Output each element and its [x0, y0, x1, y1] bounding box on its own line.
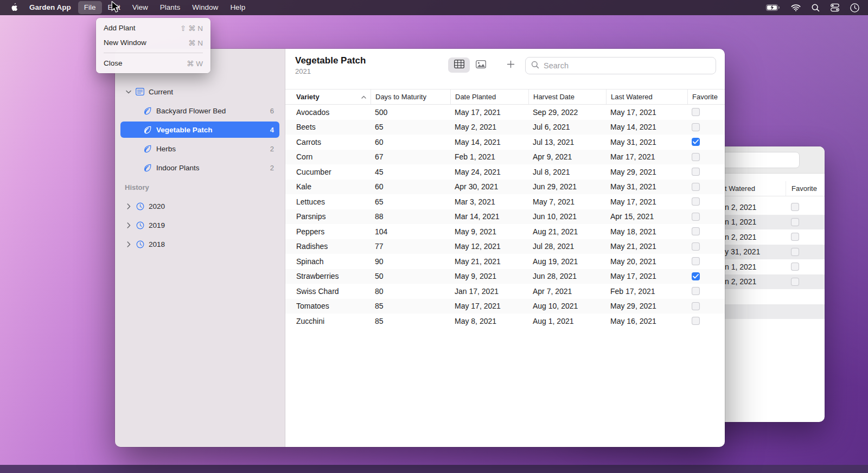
- table-row-radishes[interactable]: Radishes77May 12, 2021Jul 28, 2021May 21…: [285, 239, 725, 254]
- control-center-icon[interactable]: [831, 3, 839, 12]
- apple-menu[interactable]: [5, 3, 23, 13]
- column-header-harvest-date[interactable]: Harvest Date: [528, 90, 606, 104]
- column-header-label: Date Planted: [455, 93, 496, 101]
- favorite-checkbox[interactable]: [791, 263, 799, 271]
- sidebar-item-count: 6: [270, 107, 274, 115]
- search-icon[interactable]: [812, 4, 820, 12]
- menubar-app-name[interactable]: Garden App: [23, 1, 77, 14]
- background-column-header-favorite[interactable]: Favorite: [786, 181, 825, 196]
- column-header-label: Favorite: [692, 93, 718, 101]
- table-row-peppers[interactable]: Peppers104May 9, 2021Aug 21, 2021May 18,…: [285, 224, 725, 239]
- cell-favorite: [687, 213, 725, 221]
- cell-harvest: Jun 28, 2021: [528, 272, 606, 280]
- desktop: t Watered Favorite n 2, 2021n 1, 2021n 2…: [0, 0, 868, 473]
- sidebar-history-item-2018[interactable]: 2018: [120, 236, 279, 252]
- search-field[interactable]: [525, 57, 716, 74]
- cell-days: 88: [371, 212, 450, 221]
- cell-days: 85: [371, 302, 450, 310]
- cell-planted: Jan 17, 2021: [450, 287, 528, 296]
- chevron-right-icon[interactable]: [125, 222, 132, 228]
- favorite-checkbox[interactable]: [692, 317, 700, 325]
- favorite-checkbox[interactable]: [692, 302, 700, 310]
- table-row-tomatoes[interactable]: Tomatoes85May 17, 2021Aug 10, 2021May 29…: [285, 299, 725, 314]
- wifi-icon[interactable]: [791, 4, 801, 11]
- favorite-checkbox[interactable]: [692, 138, 700, 146]
- menubar-menu-view[interactable]: View: [126, 1, 154, 14]
- battery-icon[interactable]: [766, 4, 780, 11]
- menubar-menu-edit[interactable]: Edit: [102, 1, 126, 14]
- column-header-variety[interactable]: Variety: [285, 90, 371, 104]
- favorite-checkbox[interactable]: [692, 257, 700, 265]
- sidebar-item-herbs[interactable]: Herbs2: [120, 140, 279, 157]
- table-row-corn[interactable]: Corn67Feb 1, 2021Apr 9, 2021Mar 17, 2021: [285, 150, 725, 165]
- favorite-checkbox[interactable]: [692, 242, 700, 251]
- cell-favorite: [786, 263, 825, 271]
- cell-favorite: [687, 302, 725, 310]
- table-row-beets[interactable]: Beets65May 2, 2021Jul 6, 2021May 14, 202…: [285, 120, 725, 135]
- favorite-checkbox[interactable]: [692, 287, 700, 295]
- favorite-checkbox[interactable]: [692, 108, 700, 116]
- add-plant-button[interactable]: [502, 57, 519, 73]
- favorite-checkbox[interactable]: [692, 183, 700, 191]
- table-grid-icon: [454, 60, 464, 71]
- cell-days: 104: [371, 227, 450, 236]
- favorite-checkbox[interactable]: [791, 248, 799, 256]
- table-row-cucumber[interactable]: Cucumber45May 24, 2021Jul 8, 2021May 29,…: [285, 164, 725, 180]
- table-row-strawberries[interactable]: Strawberries50May 9, 2021Jun 28, 2021May…: [285, 269, 725, 284]
- favorite-checkbox[interactable]: [791, 278, 799, 286]
- favorite-checkbox[interactable]: [791, 218, 799, 226]
- column-header-date-planted[interactable]: Date Planted: [450, 90, 528, 104]
- cell-planted: May 9, 2021: [450, 272, 528, 280]
- cell-watered: May 18, 2021: [606, 227, 687, 236]
- favorite-checkbox[interactable]: [692, 272, 700, 280]
- sidebar-history-item-2019[interactable]: 2019: [120, 217, 279, 233]
- favorite-checkbox[interactable]: [692, 123, 700, 131]
- menubar-menu-window[interactable]: Window: [186, 1, 224, 14]
- favorite-checkbox[interactable]: [692, 227, 700, 235]
- table-row-parsnips[interactable]: Parsnips88Mar 14, 2021Jun 10, 2021Apr 15…: [285, 209, 725, 225]
- background-search-field[interactable]: [714, 152, 800, 168]
- table-row-kale[interactable]: Kale60Apr 30, 2021Jun 29, 2021May 31, 20…: [285, 180, 725, 195]
- menubar-menu-help[interactable]: Help: [224, 1, 251, 14]
- sidebar-item-vegetable-patch[interactable]: Vegetable Patch4: [120, 122, 279, 138]
- menubar-menu-file[interactable]: File: [78, 1, 102, 14]
- table-row-zucchini[interactable]: Zucchini85May 8, 2021Aug 1, 2021May 16, …: [285, 314, 725, 329]
- chevron-down-icon[interactable]: [125, 90, 132, 94]
- file-menu-item-new-window[interactable]: New Window⌘ N: [99, 35, 208, 50]
- table-row-lettuces[interactable]: Lettuces65Mar 3, 2021May 7, 2021May 17, …: [285, 194, 725, 209]
- cell-favorite: [687, 287, 725, 295]
- file-menu-item-close[interactable]: Close⌘ W: [99, 56, 208, 71]
- photo-view-button[interactable]: [470, 57, 492, 73]
- cell-variety: Spinach: [285, 257, 371, 266]
- favorite-checkbox[interactable]: [791, 203, 799, 211]
- column-header-last-watered[interactable]: Last Watered: [606, 90, 687, 104]
- chevron-right-icon[interactable]: [125, 241, 132, 247]
- favorite-checkbox[interactable]: [692, 213, 700, 221]
- file-menu-item-add-plant[interactable]: Add Plant⇧ ⌘ N: [99, 21, 208, 35]
- cell-harvest: Aug 19, 2021: [528, 257, 606, 266]
- table-row-avocados[interactable]: Avocados500May 17, 2021Sep 29, 2022May 1…: [285, 105, 725, 120]
- table-row-spinach[interactable]: Spinach90May 21, 2021Aug 19, 2021May 20,…: [285, 254, 725, 269]
- sidebar-item-label: Backyard Flower Bed: [156, 107, 226, 115]
- cell-favorite: [687, 168, 725, 176]
- table-row-swiss-chard[interactable]: Swiss Chard80Jan 17, 2021Apr 7, 2021Feb …: [285, 284, 725, 299]
- sidebar-item-indoor-plants[interactable]: Indoor Plants2: [120, 159, 279, 176]
- column-header-favorite[interactable]: Favorite: [687, 90, 725, 104]
- sidebar-item-backyard-flower-bed[interactable]: Backyard Flower Bed6: [120, 103, 279, 119]
- sidebar-section-current[interactable]: Current: [120, 84, 279, 100]
- favorite-checkbox[interactable]: [791, 233, 799, 241]
- sidebar-history-item-2020[interactable]: 2020: [120, 198, 279, 214]
- favorite-checkbox[interactable]: [692, 153, 700, 161]
- table-view-button[interactable]: [448, 57, 470, 73]
- column-header-days-to-maturity[interactable]: Days to Maturity: [371, 90, 450, 104]
- menu-item-label: Close: [104, 59, 123, 67]
- favorite-checkbox[interactable]: [692, 197, 700, 206]
- chevron-right-icon[interactable]: [125, 203, 132, 209]
- favorite-checkbox[interactable]: [692, 168, 700, 176]
- column-header-label: Last Watered: [611, 93, 653, 101]
- sidebar-item-label: Vegetable Patch: [156, 126, 213, 134]
- search-input[interactable]: [544, 61, 701, 70]
- table-row-carrots[interactable]: Carrots60May 14, 2021Jul 13, 2021May 31,…: [285, 135, 725, 150]
- menubar-menu-plants[interactable]: Plants: [154, 1, 187, 14]
- clock-icon[interactable]: [850, 3, 859, 12]
